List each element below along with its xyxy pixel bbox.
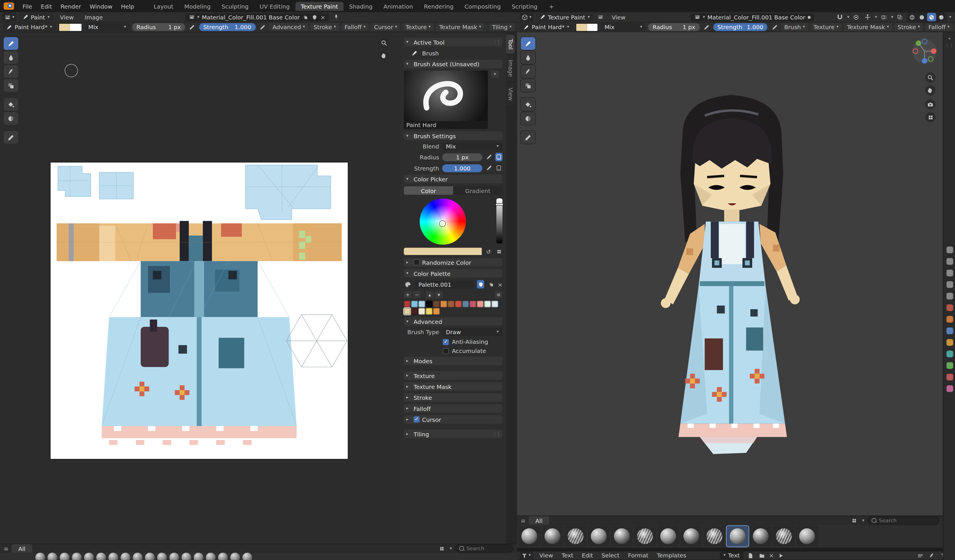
palette-swatch[interactable] bbox=[477, 301, 484, 307]
text-menu-select[interactable]: Select bbox=[597, 551, 623, 560]
option-accumulate[interactable]: Accumulate bbox=[404, 348, 503, 354]
brush-thumbnail[interactable] bbox=[218, 552, 228, 560]
workspace-tab-uv-editing[interactable]: UV Editing bbox=[254, 2, 295, 11]
popover-stroke[interactable]: Stroke▾ bbox=[894, 23, 923, 31]
tool-annotate-button[interactable] bbox=[4, 131, 18, 144]
toggle-xray-icon[interactable] bbox=[896, 13, 905, 22]
popover-texture-mask[interactable]: Texture Mask▾ bbox=[844, 23, 892, 31]
character-model[interactable] bbox=[627, 85, 840, 462]
brush-color-swatches[interactable] bbox=[58, 23, 82, 31]
workspace-tab-modeling[interactable]: Modeling bbox=[179, 2, 216, 11]
color-grid-icon[interactable] bbox=[495, 247, 503, 256]
color-picker-tab-color[interactable]: Color bbox=[404, 186, 453, 195]
line-numbers-icon[interactable] bbox=[916, 551, 925, 560]
workspace-tab-shading[interactable]: Shading bbox=[343, 2, 378, 11]
shading-solid-icon[interactable] bbox=[917, 13, 927, 22]
brush-thumbnail[interactable] bbox=[634, 526, 656, 547]
duplicate-image-icon[interactable] bbox=[302, 13, 308, 22]
shelf-search[interactable] bbox=[867, 516, 939, 524]
show-gizmos-icon[interactable] bbox=[863, 13, 872, 22]
panel-active-tool[interactable]: ▾Active Tool⋮⋮ bbox=[404, 38, 503, 46]
shading-rendered-icon[interactable] bbox=[937, 13, 946, 22]
properties-tab-object-icon[interactable] bbox=[946, 316, 953, 322]
properties-tab-render-icon[interactable] bbox=[946, 258, 953, 265]
workspace-tab-animation[interactable]: Animation bbox=[378, 2, 419, 11]
fake-user-shield-icon[interactable] bbox=[311, 13, 318, 22]
palette-add-button[interactable]: + bbox=[404, 291, 412, 298]
radius-slider[interactable]: Radius1 px bbox=[648, 23, 700, 31]
popover-advanced[interactable]: Advanced▾ bbox=[269, 23, 308, 31]
popover-texture[interactable]: Texture▾ bbox=[810, 23, 842, 31]
brush-thumbnail[interactable] bbox=[182, 552, 191, 560]
radius-pressure-icon[interactable] bbox=[485, 153, 492, 161]
brush-thumbnail[interactable] bbox=[206, 552, 216, 560]
panel-brush-asset[interactable]: ▾Brush Asset (Unsaved) bbox=[404, 60, 503, 68]
brush-thumbnail[interactable] bbox=[611, 526, 633, 547]
palette-swatch[interactable] bbox=[404, 301, 410, 307]
radius-slider[interactable]: Radius1 px bbox=[132, 23, 185, 31]
add-workspace-button[interactable]: + bbox=[543, 2, 559, 11]
proportional-edit-icon[interactable] bbox=[852, 13, 861, 22]
chevron-down-icon[interactable]: ▾ bbox=[450, 546, 452, 551]
menu-image[interactable]: Image bbox=[81, 12, 107, 22]
brush-thumbnail[interactable] bbox=[36, 552, 45, 560]
tool-clone-button[interactable] bbox=[4, 79, 18, 92]
brush-thumbnail[interactable] bbox=[588, 526, 610, 547]
mode-dropdown[interactable]: Texture Paint▾ bbox=[536, 13, 593, 21]
popover-texture[interactable]: Texture▾ bbox=[402, 23, 434, 31]
properties-tab-texture-icon[interactable] bbox=[946, 385, 953, 392]
brush-thumbnail[interactable] bbox=[108, 552, 118, 560]
palette-swatch[interactable] bbox=[426, 308, 432, 314]
shelf-menu-icon[interactable]: ≡ bbox=[521, 517, 526, 524]
tool-soften-button[interactable] bbox=[521, 51, 535, 64]
menu-help[interactable]: Help bbox=[117, 2, 138, 11]
palette-name-field[interactable]: Palette.001 bbox=[415, 281, 474, 289]
tiling-popover[interactable]: Tiling▾ bbox=[489, 23, 515, 31]
workspace-tab-rendering[interactable]: Rendering bbox=[418, 2, 459, 11]
brush-thumbnail[interactable] bbox=[72, 552, 82, 560]
tool-smear-button[interactable] bbox=[4, 65, 18, 78]
properties-tab-scene-icon[interactable] bbox=[946, 293, 953, 299]
properties-tab-tool-icon[interactable] bbox=[946, 246, 953, 253]
menu-render[interactable]: Render bbox=[56, 2, 85, 11]
secondary-color-swatch[interactable] bbox=[70, 23, 82, 31]
radius-field[interactable]: 1 px bbox=[442, 153, 482, 161]
brush-asset-dropdown[interactable]: ▾ bbox=[491, 70, 499, 78]
tablet-pressure-toggle[interactable] bbox=[495, 164, 503, 172]
palette-swatch[interactable] bbox=[433, 301, 440, 307]
strength-slider[interactable]: Strength1.000 bbox=[199, 23, 255, 31]
unlink-text-icon[interactable]: × bbox=[769, 552, 774, 558]
palette-swatch[interactable] bbox=[411, 301, 418, 307]
navigation-gizmo[interactable] bbox=[912, 38, 938, 64]
popover-stroke[interactable]: Stroke▾ bbox=[311, 23, 339, 31]
run-script-icon[interactable] bbox=[776, 551, 785, 560]
brush-thumbnail[interactable] bbox=[727, 526, 749, 547]
pan-hand-icon[interactable] bbox=[379, 50, 389, 61]
workspace-tab-scripting[interactable]: Scripting bbox=[506, 2, 543, 11]
menu-window[interactable]: Window bbox=[85, 2, 117, 11]
panel-texture[interactable]: ▸Texture bbox=[404, 371, 503, 380]
checkbox-accumulate[interactable] bbox=[443, 348, 449, 354]
brush-thumbnail[interactable] bbox=[60, 552, 69, 560]
palette-sort-button[interactable]: ≡ bbox=[495, 291, 503, 298]
palette-swatch[interactable] bbox=[470, 301, 476, 307]
search-input[interactable] bbox=[879, 518, 922, 523]
color-picker-tab-gradient[interactable]: Gradient bbox=[453, 186, 503, 195]
refresh-color-icon[interactable]: ↺ bbox=[485, 247, 492, 256]
palette-swatch[interactable] bbox=[440, 301, 447, 307]
panel-brush-settings[interactable]: ▾Brush Settings bbox=[404, 131, 503, 140]
properties-tab-physics-icon[interactable] bbox=[946, 339, 953, 346]
paint-mode-dropdown[interactable]: Paint▾ bbox=[19, 13, 53, 21]
strength-pressure-icon[interactable] bbox=[485, 164, 492, 172]
blend-mode-dropdown[interactable]: Mix▾ bbox=[85, 23, 130, 31]
randomize-checkbox[interactable] bbox=[413, 259, 420, 265]
pin-icon[interactable] bbox=[332, 13, 341, 22]
menu-edit[interactable]: Edit bbox=[37, 2, 56, 11]
tool-smear-button[interactable] bbox=[521, 65, 535, 78]
properties-tab-output-icon[interactable] bbox=[946, 270, 953, 276]
fake-user-dot-icon[interactable] bbox=[808, 16, 811, 19]
shelf-display-icon[interactable] bbox=[437, 544, 447, 552]
tool-clone-button[interactable] bbox=[521, 79, 535, 92]
duplicate-palette-icon[interactable] bbox=[487, 280, 495, 289]
radius-pressure-icon[interactable] bbox=[702, 23, 711, 31]
